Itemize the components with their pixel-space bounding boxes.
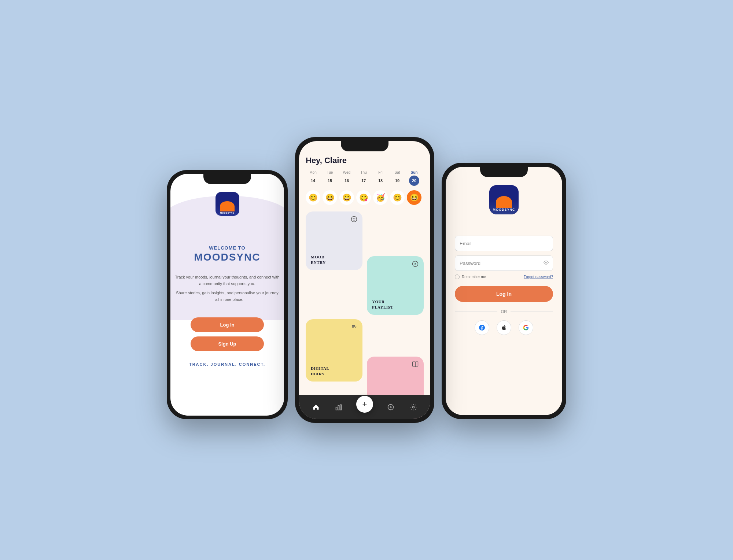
day-sat[interactable]: Sat 19	[390, 170, 405, 186]
day-wed[interactable]: Wed 16	[339, 170, 354, 186]
password-field[interactable]	[455, 255, 553, 271]
day-fri[interactable]: Fri 18	[373, 170, 388, 186]
or-label: OR	[501, 309, 507, 314]
playlist-icon	[412, 261, 419, 269]
svg-point-0	[351, 217, 357, 222]
day-mon[interactable]: Mon 14	[306, 170, 320, 186]
greeting-text: Hey, Claire	[306, 156, 424, 165]
notch-1	[203, 174, 251, 184]
day-sun[interactable]: Sun 20	[407, 170, 421, 186]
svg-point-12	[390, 406, 391, 408]
svg-point-18	[545, 262, 547, 264]
svg-point-11	[388, 404, 394, 410]
app-icon-welcome: MOODSYNC	[216, 192, 239, 216]
playlist-card[interactable]: YOURPLAYLIST	[367, 256, 424, 315]
nav-add-button[interactable]: +	[356, 396, 373, 413]
diary-label: DIGITALDIARY	[311, 366, 357, 376]
library-icon	[412, 361, 419, 369]
cards-grid: MOODENTRY YOURPLAYLIST	[306, 211, 424, 419]
login-phone: MOODSYNC	[442, 163, 566, 419]
forgot-password-link[interactable]: Forgot password?	[524, 275, 553, 279]
emoji-4[interactable]: 😋	[356, 190, 371, 205]
mood-entry-card[interactable]: MOODENTRY	[306, 211, 362, 270]
nav-stats[interactable]	[334, 402, 344, 412]
mood-entry-label: MOODENTRY	[311, 254, 357, 265]
welcome-buttons: Log In Sign Up	[191, 317, 264, 351]
social-buttons	[475, 320, 533, 335]
signup-button[interactable]: Sign Up	[191, 336, 264, 351]
app-name-label: MOODSYNC	[194, 251, 261, 263]
welcome-screen: MOODSYNC WELCOME TO MOODSYNC Track your …	[170, 174, 284, 416]
emoji-6[interactable]: 😊	[390, 190, 405, 205]
notch-2	[341, 141, 388, 151]
welcome-phone: MOODSYNC WELCOME TO MOODSYNC Track your …	[167, 170, 288, 419]
svg-point-17	[413, 406, 415, 408]
remember-checkbox[interactable]	[455, 275, 460, 279]
emoji-5[interactable]: 🥳	[373, 190, 388, 205]
welcome-title-block: WELCOME TO MOODSYNC	[187, 245, 268, 263]
app-icon-login: MOODSYNC	[489, 185, 519, 214]
dashboard-phone: Hey, Claire Mon 14 Tue 15 Wed	[295, 137, 434, 423]
login-app-name: MOODSYNC	[493, 208, 515, 211]
dashboard-screen: Hey, Claire Mon 14 Tue 15 Wed	[299, 141, 430, 419]
svg-rect-10	[340, 405, 341, 410]
nav-settings[interactable]	[408, 402, 419, 412]
emoji-2[interactable]: 😆	[323, 190, 337, 205]
svg-marker-4	[415, 263, 417, 265]
emoji-1[interactable]: 😊	[306, 190, 320, 205]
remember-row: Remember me Forgot password?	[455, 275, 553, 279]
diary-icon	[351, 324, 357, 332]
scene: MOODSYNC WELCOME TO MOODSYNC Track your …	[110, 42, 623, 518]
day-thu[interactable]: Thu 17	[356, 170, 371, 186]
login-screen: MOODSYNC	[446, 167, 562, 415]
apple-login-button[interactable]	[497, 320, 511, 335]
day-tue[interactable]: Tue 15	[323, 170, 337, 186]
bottom-nav: +	[299, 395, 430, 419]
remember-label: Remember me	[462, 275, 486, 279]
diary-card[interactable]: DIGITALDIARY	[306, 319, 362, 382]
emoji-7[interactable]: 😆	[407, 190, 421, 205]
email-field[interactable]	[455, 236, 553, 251]
notch-3	[480, 167, 528, 177]
eye-icon[interactable]	[544, 260, 549, 266]
emoji-bar: 😊 😆 😄 😋 🥳 😊 😆	[306, 190, 424, 205]
facebook-login-button[interactable]	[475, 320, 489, 335]
app-icon-label: MOODSYNC	[220, 212, 234, 214]
welcome-desc2: Share stories, gain insights, and person…	[170, 290, 284, 303]
nav-explore[interactable]	[386, 402, 396, 412]
login-button[interactable]: Log In	[191, 317, 264, 332]
emoji-3[interactable]: 😄	[339, 190, 354, 205]
svg-rect-9	[338, 405, 339, 410]
or-divider: OR	[455, 309, 553, 314]
tagline-label: TRACK. JOURNAL. CONNECT.	[189, 362, 265, 366]
nav-home[interactable]	[311, 402, 321, 412]
welcome-desc1: Track your moods, journal your thoughts,…	[170, 274, 284, 287]
playlist-label: YOURPLAYLIST	[372, 299, 419, 310]
login-submit-button[interactable]: Log In	[455, 286, 553, 302]
week-bar: Mon 14 Tue 15 Wed 16 Thu	[306, 170, 424, 186]
mood-entry-icon	[351, 216, 357, 224]
svg-rect-8	[336, 407, 337, 410]
welcome-to-label: WELCOME TO	[194, 245, 261, 251]
google-login-button[interactable]	[519, 320, 533, 335]
